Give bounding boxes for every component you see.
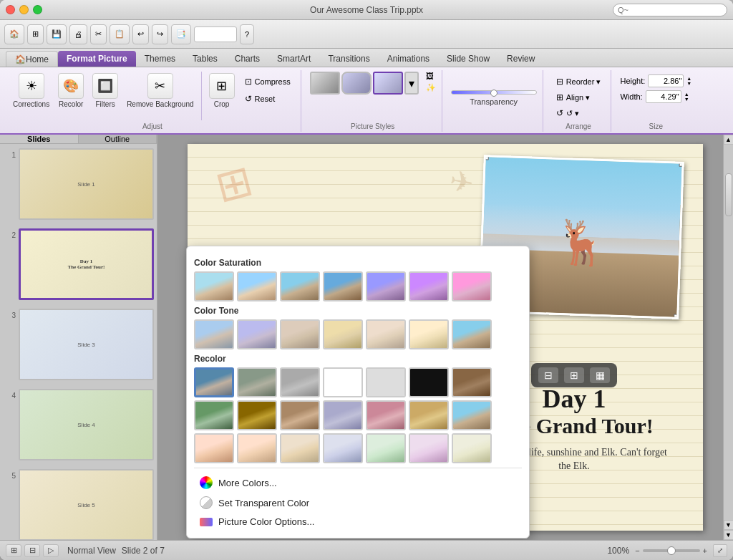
slide-1-thumb[interactable]: Slide 1 — [19, 148, 154, 220]
scroll-down-arrow-2[interactable]: ▼ — [724, 530, 734, 540]
pic-style-3[interactable] — [373, 72, 403, 95]
rc-thumb-21[interactable] — [452, 433, 492, 463]
width-input[interactable]: 4.29" — [646, 90, 681, 103]
toolbar-btn-2[interactable]: ⊞ — [27, 24, 44, 44]
handle-tl[interactable] — [483, 155, 489, 160]
sat-thumb-5[interactable] — [366, 271, 406, 301]
sat-thumb-1[interactable] — [194, 271, 234, 301]
rc-thumb-2[interactable] — [237, 367, 277, 397]
float-btn-1[interactable]: ⊟ — [538, 367, 558, 383]
slide-3-thumb[interactable]: Slide 3 — [19, 309, 154, 380]
maximize-button[interactable] — [33, 5, 42, 14]
help-button[interactable]: ? — [240, 24, 254, 44]
tab-tables[interactable]: Tables — [184, 51, 226, 67]
close-button[interactable] — [6, 5, 15, 14]
border-btn[interactable]: 🖼 — [426, 72, 436, 80]
tab-outline[interactable]: Outline — [79, 135, 157, 143]
tab-slideshow[interactable]: Slide Show — [438, 51, 498, 67]
toolbar-btn-4[interactable]: 🖨 — [69, 24, 87, 44]
tab-home[interactable]: 🏠 Home — [6, 51, 58, 67]
tone-thumb-5[interactable] — [366, 319, 406, 349]
rc-thumb-12[interactable] — [366, 400, 406, 430]
scroll-down-arrow[interactable]: ▼ — [724, 520, 734, 530]
tone-thumb-2[interactable] — [237, 319, 277, 349]
toolbar-btn-5[interactable]: ✂ — [90, 24, 107, 44]
more-colors-item[interactable]: More Colors... — [194, 473, 522, 493]
rc-thumb-9[interactable] — [237, 400, 277, 430]
width-spinner[interactable]: ▲ ▼ — [684, 92, 689, 102]
float-btn-2[interactable]: ⊞ — [564, 367, 584, 383]
tone-thumb-4[interactable] — [323, 319, 363, 349]
pic-style-expand[interactable]: ▾ — [404, 72, 419, 95]
tone-thumb-7[interactable] — [452, 319, 492, 349]
rc-thumb-20[interactable] — [409, 433, 449, 463]
effects-btn[interactable]: ✨ — [426, 83, 436, 92]
zoom-minus[interactable]: − — [635, 546, 639, 555]
toolbar-btn-6[interactable]: 📋 — [110, 24, 130, 44]
rc-thumb-4[interactable] — [323, 367, 363, 397]
tab-transitions[interactable]: Transitions — [319, 51, 378, 67]
zoom-input[interactable]: 100% — [194, 26, 237, 42]
tab-charts[interactable]: Charts — [226, 51, 268, 67]
rc-thumb-1[interactable] — [194, 367, 234, 397]
toolbar-btn-8[interactable]: ↪ — [152, 24, 168, 44]
height-input[interactable]: 2.86" — [648, 74, 684, 87]
reorder-button[interactable]: ⊟ Reorder ▾ — [552, 74, 606, 89]
scroll-track[interactable] — [724, 145, 733, 520]
rc-thumb-5[interactable] — [366, 367, 406, 397]
rc-thumb-8[interactable] — [194, 400, 234, 430]
picture-color-options-item[interactable]: Picture Color Options... — [194, 513, 522, 531]
pic-style-1[interactable] — [310, 72, 340, 95]
grid-view-btn[interactable]: ⊟ — [24, 544, 40, 557]
toolbar-btn-3[interactable]: 💾 — [47, 24, 67, 44]
rc-thumb-19[interactable] — [366, 433, 406, 463]
height-spinner[interactable]: ▲ ▼ — [686, 76, 691, 86]
tab-format-picture[interactable]: Format Picture — [58, 51, 136, 67]
present-view-btn[interactable]: ▷ — [43, 544, 59, 557]
search-input[interactable] — [613, 4, 727, 16]
sat-thumb-4[interactable] — [323, 271, 363, 301]
remove-bg-button[interactable]: ✂ Remove Background — [124, 72, 196, 110]
pic-style-2[interactable] — [341, 72, 372, 95]
corrections-button[interactable]: ☀ Corrections — [10, 72, 52, 110]
crop-button[interactable]: ⊞ Crop — [206, 72, 238, 110]
tab-animations[interactable]: Animations — [379, 51, 438, 67]
slide-2-thumb[interactable]: Day 1 The Grand Tour! — [19, 228, 154, 300]
rc-thumb-14[interactable] — [452, 400, 492, 430]
rc-thumb-13[interactable] — [409, 400, 449, 430]
rc-thumb-7[interactable] — [452, 367, 492, 397]
toolbar-btn-7[interactable]: ↩ — [132, 24, 149, 44]
rc-thumb-10[interactable] — [280, 400, 320, 430]
transparency-slider[interactable] — [451, 90, 537, 95]
tab-smartart[interactable]: SmartArt — [268, 51, 319, 67]
rc-thumb-18[interactable] — [323, 433, 363, 463]
toolbar-btn-1[interactable]: 🏠 — [4, 24, 24, 44]
minimize-button[interactable] — [19, 5, 29, 14]
sat-thumb-3[interactable] — [280, 271, 320, 301]
recolor-button[interactable]: 🎨 Recolor — [55, 72, 87, 110]
sat-thumb-7[interactable] — [452, 271, 492, 301]
handle-tr[interactable] — [679, 161, 684, 167]
filters-button[interactable]: 🔲 Filters — [89, 72, 121, 110]
rc-thumb-11[interactable] — [323, 400, 363, 430]
handle-br[interactable] — [674, 314, 679, 319]
align-button[interactable]: ⊞ Align ▾ — [552, 90, 606, 105]
normal-view-btn[interactable]: ⊞ — [6, 544, 21, 557]
tone-thumb-3[interactable] — [280, 319, 320, 349]
tone-thumb-6[interactable] — [409, 319, 449, 349]
scroll-up-arrow[interactable]: ▲ — [724, 135, 734, 145]
fullscreen-button[interactable]: ⤢ — [713, 544, 727, 557]
tone-thumb-1[interactable] — [194, 319, 234, 349]
rotate-button[interactable]: ↺ ↺ ▾ — [552, 106, 606, 120]
set-transparent-item[interactable]: Set Transparent Color — [194, 493, 522, 513]
sat-thumb-2[interactable] — [237, 271, 277, 301]
scroll-thumb[interactable] — [725, 173, 732, 216]
reset-button[interactable]: ↺ Reset — [241, 92, 295, 106]
zoom-slider[interactable] — [643, 549, 700, 552]
tab-themes[interactable]: Themes — [136, 51, 184, 67]
sat-thumb-6[interactable] — [409, 271, 449, 301]
compress-button[interactable]: ⊡ Compress — [241, 74, 295, 89]
slide-4-thumb[interactable]: Slide 4 — [19, 389, 154, 460]
tab-slides[interactable]: Slides — [0, 135, 79, 143]
toolbar-new-section[interactable]: 📑 — [171, 24, 191, 44]
